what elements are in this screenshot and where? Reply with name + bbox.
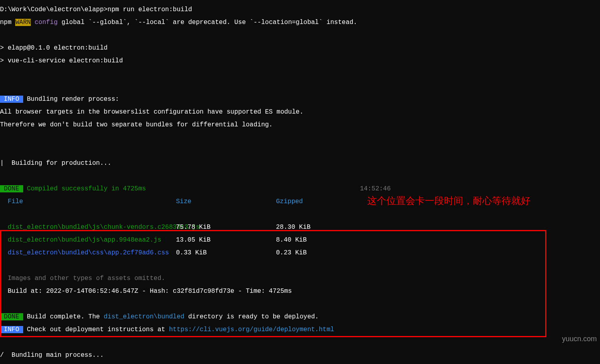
terminal-output[interactable]: D:\Work\Code\electron\elapp>npm run elec… [0,0,600,364]
info-badge: INFO [0,96,23,103]
build-summary: Build at: 2022-07-14T06:52:46.547Z - Has… [0,288,600,294]
npm-warn: npm WARN config global `--global`, `--lo… [0,19,600,26]
info-bundling: INFO Bundling render process: [0,96,600,102]
bundling-main: / Bundling main process... [0,352,600,358]
table-row: dist_electron\bundled\css\app.2cf79ad6.c… [0,250,600,256]
timestamp: 14:52:46 [360,186,391,192]
table-row: dist_electron\bundled\js\chunk-vendors.c… [0,224,600,230]
done-badge: DONE [0,185,23,192]
annotation-text: 这个位置会卡一段时间，耐心等待就好 [367,194,543,208]
done-compiled-1: DONE Compiled successfully in 4725ms14:5… [0,186,600,192]
watermark: yuucn.com [562,335,597,342]
done-badge: DONE [0,313,23,320]
building-spinner: | Building for production... [0,160,600,166]
prompt-line: D:\Work\Code\electron\elapp>npm run elec… [0,6,600,13]
assets-omitted: Images and other types of assets omitted… [0,275,600,282]
table-row: dist_electron\bundled\js\app.9948eaa2.js… [0,237,600,243]
warn-badge: WARN [15,19,30,26]
info-deployment: INFO Check out deployment instructions a… [0,326,600,333]
info-badge: INFO [0,326,23,333]
done-build-complete: DONE Build complete. The dist_electron\b… [0,314,600,320]
script-header: > elapp@0.1.0 electron:build [0,45,600,51]
script-header: > vue-cli-service electron:build [0,58,600,64]
